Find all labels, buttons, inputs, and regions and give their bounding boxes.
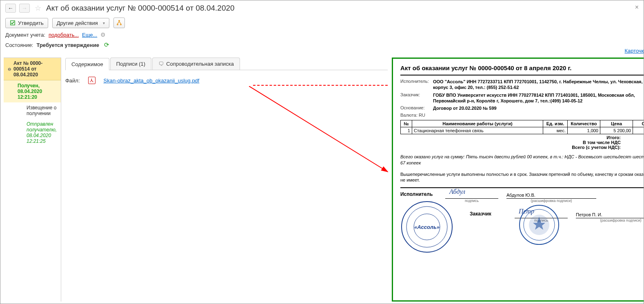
tree-notif-label: Извещение о получении: [27, 105, 56, 116]
doc-done-text: Вышеперечисленные услуги выполнены полно…: [400, 171, 644, 183]
svg-point-2: [117, 24, 118, 25]
approve-label: Утвердить: [18, 20, 44, 26]
signature-1: Абдул: [449, 188, 465, 195]
tree-received-label: Получен, 08.04.2020 12:21:20: [18, 83, 42, 100]
file-link[interactable]: Skan-obraz_akta_ob_okazanii_uslug.pdf: [104, 78, 200, 84]
doc-basis-label: Основание:: [400, 105, 433, 111]
doc-currency: Валюта: RU: [400, 113, 425, 118]
stamp-customer: [519, 204, 560, 245]
document-preview: Акт об оказании услуг № 0000-000540 от 8…: [392, 58, 644, 302]
approve-button[interactable]: Утвердить: [5, 18, 48, 28]
doc-title: Акт об оказании услуг № 0000-000540 от 8…: [400, 64, 644, 71]
svg-point-1: [118, 20, 120, 22]
sig-name-1: Абдулов Ю.В.: [506, 191, 596, 199]
svg-line-4: [249, 86, 388, 172]
tab-note[interactable]: 🗨Сопроводительная записка: [152, 58, 240, 70]
doc-customer: ГОБУ ВПО Университет искусств ИНН 770277…: [433, 92, 644, 104]
tree-root-node[interactable]: ⊖ Акт № 0000-000514 от 08.04.2020: [4, 58, 61, 80]
doc-services-table: № Наименование работы (услуги) Ед. изм. …: [400, 120, 644, 134]
document-card-link[interactable]: Карточка документа: [625, 48, 644, 54]
tab-content[interactable]: Содержимое: [65, 58, 109, 70]
nav-forward-button[interactable]: →: [19, 4, 30, 13]
other-actions-button[interactable]: Другие действия: [52, 18, 109, 28]
annotation-underline: [253, 85, 388, 86]
table-row: 1 Стационарная телефонная связь мес. 1,0…: [400, 127, 644, 134]
tree-sent-label: Отправлен получателю, 08.04.2020 12:21:2…: [27, 121, 57, 144]
svg-text:«Ассоль»: «Ассоль»: [414, 224, 440, 230]
approve-icon: [10, 20, 16, 26]
note-icon: 🗨: [158, 61, 164, 67]
sig-executor-label: Исполнитель: [400, 191, 437, 197]
gear-icon[interactable]: ⚙: [100, 31, 106, 38]
sig-name-2: Петров П. И.: [576, 211, 644, 218]
svg-point-3: [120, 24, 122, 25]
doc-executor-label: Исполнитель:: [400, 79, 433, 91]
collapse-icon[interactable]: ⊖: [8, 67, 11, 71]
page-title: Акт об оказании услуг № 0000-000514 от 0…: [46, 4, 235, 13]
other-actions-label: Другие действия: [57, 20, 98, 26]
file-label: Файл:: [65, 78, 80, 84]
hierarchy-icon: [116, 20, 122, 26]
favorite-icon[interactable]: ☆: [35, 4, 41, 13]
tree-root-label: Акт № 0000-000514 от 08.04.2020: [13, 60, 57, 78]
state-label: Состояние:: [5, 42, 33, 48]
tree-notification-node[interactable]: Извещение о получении: [4, 102, 61, 119]
doc-sum-text: Всего оказано услуг на сумму: Пять тысяч…: [400, 154, 644, 166]
stamp-executor: «Ассоль»: [400, 200, 453, 253]
hierarchy-button[interactable]: [113, 18, 125, 28]
state-value: Требуется утверждение: [36, 42, 99, 48]
annotation-arrow: [249, 86, 392, 176]
close-icon[interactable]: ×: [635, 4, 639, 11]
sig-customer-label: Заказчик: [470, 211, 506, 217]
doc-customer-label: Заказчик:: [400, 92, 433, 104]
tree-received-node[interactable]: Получен, 08.04.2020 12:21:20: [4, 80, 61, 102]
tree-panel: ⊖ Акт № 0000-000514 от 08.04.2020 Получе…: [4, 58, 61, 302]
pick-link[interactable]: подобрать...: [49, 32, 79, 38]
tree-sent-node[interactable]: Отправлен получателю, 08.04.2020 12:21:2…: [4, 119, 61, 146]
refresh-icon[interactable]: ⟳: [104, 41, 109, 49]
tab-signatures[interactable]: Подписи (1): [110, 58, 151, 70]
nav-back-button[interactable]: ←: [5, 4, 16, 13]
doc-account-label: Документ учета:: [5, 32, 45, 38]
doc-basis: Договор от 20.02.2020 № 599: [433, 105, 644, 111]
more-link[interactable]: Еще...: [82, 32, 97, 38]
doc-executor: ООО "Ассоль" ИНН 7727233711 КПП 77270100…: [433, 79, 644, 91]
pdf-icon: 人: [88, 77, 95, 84]
